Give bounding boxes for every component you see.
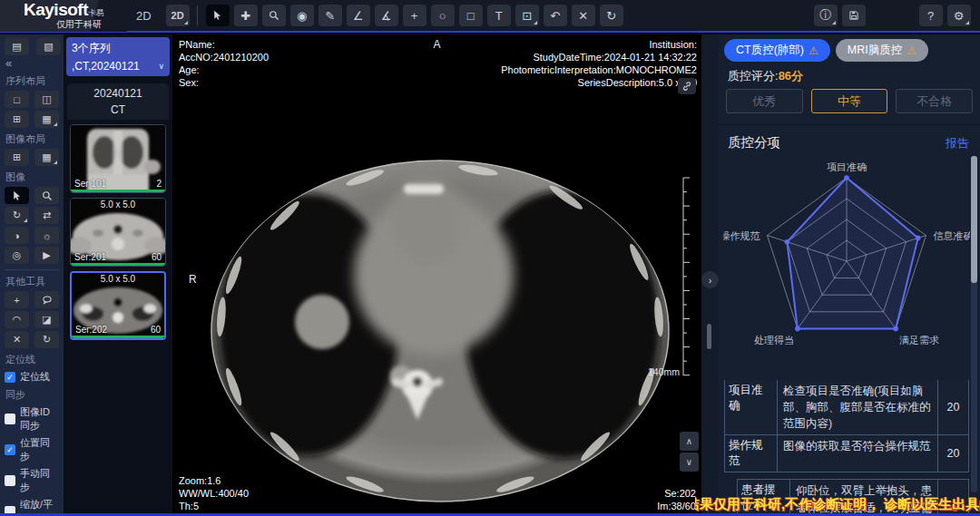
target-tool[interactable]: ◎ xyxy=(5,247,29,264)
comment-tool[interactable] xyxy=(34,291,59,308)
series-thumbnail-101[interactable]: Ser:101 2 xyxy=(70,124,166,193)
overlay-pname: PName: xyxy=(179,38,269,51)
mode-2d-button[interactable]: 2D xyxy=(166,5,190,26)
sidebar-section-title: 图像 xyxy=(5,170,58,184)
settings-tool[interactable]: ⚙ xyxy=(947,5,971,26)
overlay-studydatetime: StudyDateTime:2024-01-21 14:32:22 xyxy=(501,51,697,63)
series-position-overlay: Se:202 Im:38/60 xyxy=(657,487,696,512)
sidebar-top-tools: ▤▧ xyxy=(5,38,59,55)
study-info-overlay: Institusion: StudyDateTime:2024-01-21 14… xyxy=(501,38,697,89)
report-link[interactable]: 报告 xyxy=(946,135,969,151)
rectangle-tool[interactable]: □ xyxy=(459,5,483,26)
text-annotation-tool[interactable]: T xyxy=(487,5,511,26)
disclaimer-text: 结果仅用于科研,不作诊断证明， 诊断以医生出具的诊断 xyxy=(695,496,980,513)
add-point-tool[interactable]: + xyxy=(5,291,29,308)
radar-chart: 项目准确信息准确满足需求处理得当操作规范 xyxy=(723,154,970,370)
cursor-tool[interactable] xyxy=(206,5,230,26)
checkbox-icon[interactable]: ✓ xyxy=(5,372,15,383)
toggle-label: 位置同步 xyxy=(20,436,59,463)
window-preset-tool[interactable]: ⊡ xyxy=(515,5,539,26)
help-tool[interactable]: ? xyxy=(919,5,943,26)
toggle-位置同步[interactable]: ✓位置同步 xyxy=(5,436,59,463)
info-tool[interactable]: ⓘ xyxy=(814,5,838,26)
collapse-panel-button[interactable]: › xyxy=(701,271,719,288)
save-tool[interactable] xyxy=(842,5,866,26)
pan-tool[interactable]: ✚ xyxy=(234,5,258,26)
measure-line-tool[interactable]: ✎ xyxy=(318,5,342,26)
toggle-section-title: 同步 xyxy=(5,388,58,402)
toggle-定位线[interactable]: ✓定位线 xyxy=(5,370,59,384)
disclaimer-marquee: 结果仅用于科研,不作诊断证明， 诊断以医生出具的诊断 xyxy=(695,496,980,513)
window-level-tool[interactable]: ◉ xyxy=(290,5,314,26)
series-layout-1x2[interactable]: ◫ xyxy=(34,91,59,108)
link-icon xyxy=(681,81,692,92)
zoom-tool[interactable] xyxy=(262,5,286,26)
series-layout-1x1[interactable]: □ xyxy=(5,91,29,108)
toggle-图像ID同步[interactable]: 图像ID同步 xyxy=(5,405,59,433)
svg-text:信息准确: 信息准确 xyxy=(934,230,971,241)
reset-annotation-tool[interactable]: ↻ xyxy=(34,331,59,348)
toolbar-tools: ✚◉✎∠∡+○□T⊡↶✕↻ xyxy=(203,5,625,26)
svg-text:满足需求: 满足需求 xyxy=(899,335,939,346)
thumb-image-count: 60 xyxy=(152,252,162,262)
eraser-tool[interactable]: ◪ xyxy=(34,311,59,328)
app-root: Kayisoft卡易 仅用于科研 2D 2D ✚◉✎∠∡+○□T⊡↶✕↻ ⓘ ?… xyxy=(0,0,980,516)
slice-nav-arrows: ∧ ∨ xyxy=(680,432,699,472)
study-group-header[interactable]: 20240121 CT xyxy=(67,83,169,120)
checkbox-icon[interactable]: ✓ xyxy=(5,444,15,455)
rotate-tool[interactable]: ↻ xyxy=(5,207,29,224)
series-layout-3x3[interactable]: ▦ xyxy=(34,111,59,128)
warning-icon: ⚠ xyxy=(808,44,818,57)
image-viewport[interactable]: A R PName: AccNO:2401210200 Age: Sex: In… xyxy=(172,34,701,516)
sidebar-section-title: 图像布局 xyxy=(5,132,58,146)
checkbox-icon[interactable] xyxy=(5,414,15,424)
study-selector[interactable]: 3个序列 ,CT,20240121 ∨ xyxy=(66,37,170,76)
slice-scrollbar-thumb[interactable] xyxy=(707,324,711,349)
sidebar-toggles: 定位线✓定位线同步图像ID同步✓位置同步手动同步缩放/平移窗宽窗位 xyxy=(5,353,59,516)
ellipse-tool[interactable]: ○ xyxy=(431,5,455,26)
series-layout-2x2[interactable]: ⊞ xyxy=(5,111,29,128)
series-list-toggle[interactable]: ▤ xyxy=(5,38,29,55)
thumb-size-label: 5.0 x 5.0 xyxy=(72,274,164,284)
point-marker-tool[interactable]: + xyxy=(403,5,426,26)
cobb-angle-tool[interactable]: ∡ xyxy=(375,5,398,26)
qc-item-name: 操作规范 xyxy=(725,435,778,472)
qc-item-desc: 图像的获取是否符合操作规范 xyxy=(778,435,937,472)
slice-up-button[interactable]: ∧ xyxy=(680,432,699,451)
flip-tool[interactable]: ⇄ xyxy=(34,207,59,224)
qc-scrollbar-thumb[interactable] xyxy=(971,156,977,283)
reset-tool[interactable]: ↻ xyxy=(600,5,623,26)
brightness-tool[interactable]: ☼ xyxy=(34,227,59,244)
grade-fail-button[interactable]: 不合格 xyxy=(896,89,973,113)
scale-ruler xyxy=(682,177,693,382)
qc-item-score: 20 xyxy=(937,380,968,434)
series-thumbnail-202[interactable]: 5.0 x 5.0 Ser:202 60 xyxy=(70,271,166,340)
angle-tool[interactable]: ∠ xyxy=(347,5,370,26)
thumb-image-count: 60 xyxy=(151,325,161,335)
invert-tool[interactable]: ◑ xyxy=(5,227,29,244)
tab-mri-brain-qc[interactable]: MRI脑质控 ⚠ xyxy=(836,39,928,62)
delete-tool[interactable]: ✕ xyxy=(572,5,595,26)
checkbox-icon[interactable] xyxy=(5,475,15,486)
toggle-手动同步[interactable]: 手动同步 xyxy=(5,467,59,494)
cine-play-tool[interactable]: ▶ xyxy=(34,247,59,264)
link-series-button[interactable] xyxy=(678,78,696,94)
magnify-tool[interactable] xyxy=(34,187,59,204)
grade-excellent-button[interactable]: 优秀 xyxy=(726,89,803,113)
undo-tool[interactable]: ↶ xyxy=(544,5,567,26)
sidebar-sections: 序列布局□◫⊞▦图像布局⊞▦图像↻⇄◑☼◎▶其他工具+◠◪✕↻ xyxy=(5,74,59,348)
delete-annotation-tool[interactable]: ✕ xyxy=(5,331,29,348)
report-panel-toggle[interactable]: ▧ xyxy=(36,38,61,55)
cursor-tool-side[interactable] xyxy=(5,187,29,204)
image-layout-2x2[interactable]: ⊞ xyxy=(5,149,29,166)
qc-item-desc: 检查项目是否准确(项目如脑部、胸部、腹部是否在标准的范围内容) xyxy=(778,380,937,434)
probe-tool[interactable]: ◠ xyxy=(5,311,29,328)
tab-ct-lung-qc[interactable]: CT质控(肺部) ⚠ xyxy=(724,39,830,62)
series-thumbnail-201[interactable]: 5.0 x 5.0 Ser:201 60 xyxy=(70,198,166,267)
slice-down-button[interactable]: ∨ xyxy=(680,453,699,472)
image-layout-3x3[interactable]: ▦ xyxy=(34,149,59,166)
collapse-sidebar-icon[interactable]: « xyxy=(5,57,58,70)
qc-scrollbar-track[interactable] xyxy=(971,156,977,492)
study-dropdown[interactable]: ,CT,20240121 ∨ xyxy=(72,60,164,73)
grade-medium-button[interactable]: 中等 xyxy=(811,89,888,113)
